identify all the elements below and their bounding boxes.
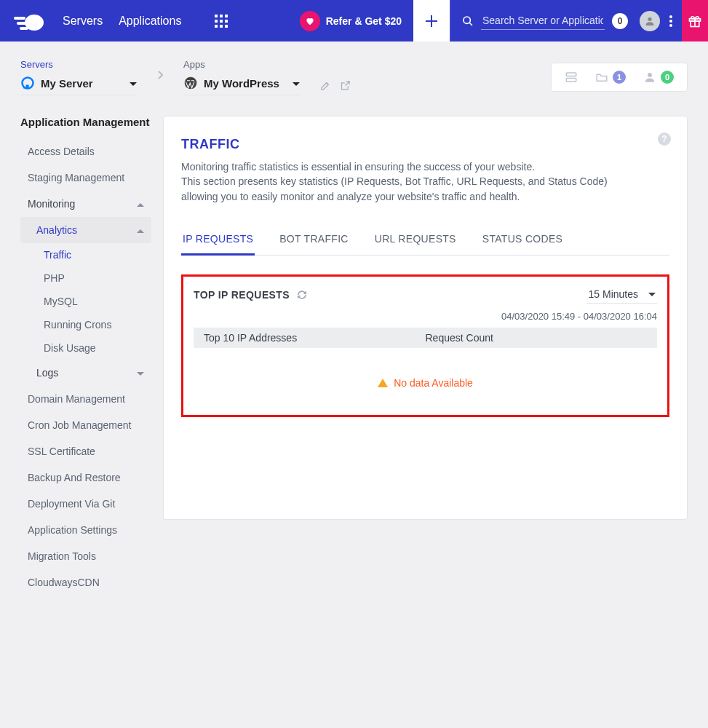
chevron-down-icon <box>648 293 656 296</box>
projects-count-badge: 1 <box>613 71 626 84</box>
sidebar-sub-traffic[interactable]: Traffic <box>20 243 151 266</box>
stat-projects[interactable]: 1 <box>595 71 626 84</box>
svg-rect-3 <box>20 27 28 30</box>
tab-bot-traffic[interactable]: BOT TRAFFIC <box>278 226 350 255</box>
digitalocean-icon <box>20 76 35 90</box>
search-count-badge: 0 <box>612 13 628 29</box>
warning-icon <box>378 379 388 387</box>
refresh-icon[interactable] <box>297 290 307 300</box>
chevron-down-icon <box>293 82 300 86</box>
sidebar-sub-crons[interactable]: Running Crons <box>20 313 151 336</box>
sidebar: Application Management Access Details St… <box>20 116 151 596</box>
sidebar-item-cdn[interactable]: CloudwaysCDN <box>20 569 151 596</box>
refer-label: Refer & Get $20 <box>326 15 402 27</box>
heart-icon <box>300 11 320 31</box>
svg-point-18 <box>669 24 672 27</box>
gift-icon[interactable] <box>682 0 708 41</box>
time-range-select[interactable]: 15 Minutes <box>587 287 657 304</box>
time-range-value: 15 Minutes <box>589 288 638 300</box>
sidebar-item-analytics[interactable]: Analytics <box>20 217 151 243</box>
team-count-badge: 0 <box>661 71 674 84</box>
svg-point-17 <box>669 20 672 23</box>
panel-date-range: 04/03/2020 15:49 - 04/03/2020 16:04 <box>194 311 657 322</box>
no-data-message: No data Available <box>194 377 657 389</box>
sidebar-item-cron[interactable]: Cron Job Management <box>20 412 151 438</box>
chevron-right-icon <box>157 71 163 84</box>
sidebar-sub-mysql[interactable]: MySQL <box>20 290 151 313</box>
topbar-right <box>635 0 708 41</box>
svg-rect-10 <box>215 25 218 28</box>
stat-team[interactable]: 0 <box>643 71 674 84</box>
svg-rect-7 <box>215 20 218 23</box>
traffic-tabs: IP REQUESTS BOT TRAFFIC URL REQUESTS STA… <box>181 226 669 256</box>
ip-requests-panel: TOP IP REQUESTS 15 Minutes 04/03/2020 15… <box>181 274 669 417</box>
app-stats-card: 1 0 <box>551 63 688 92</box>
sidebar-item-access-details[interactable]: Access Details <box>20 138 151 165</box>
svg-rect-4 <box>215 15 218 17</box>
sidebar-sub-disk[interactable]: Disk Usage <box>20 336 151 360</box>
svg-rect-27 <box>566 79 576 82</box>
top-nav: Servers Applications <box>57 0 234 41</box>
tab-ip-requests[interactable]: IP REQUESTS <box>181 226 255 256</box>
svg-rect-23 <box>26 85 29 88</box>
main-card: ? TRAFFIC Monitoring traffic statistics … <box>163 116 688 520</box>
svg-rect-24 <box>23 87 25 89</box>
search-section: 0 <box>450 0 635 41</box>
svg-rect-1 <box>14 17 25 20</box>
svg-point-13 <box>464 17 470 23</box>
sidebar-item-backup[interactable]: Backup And Restore <box>20 464 151 491</box>
svg-rect-12 <box>225 25 228 28</box>
svg-rect-26 <box>566 73 576 76</box>
sidebar-sub-php[interactable]: PHP <box>20 266 151 290</box>
sidebar-item-label: Monitoring <box>28 198 75 210</box>
app-name: My WordPress <box>204 77 279 90</box>
chevron-down-icon <box>130 82 137 86</box>
breadcrumb-bar: Servers My Server Apps My WordPress <box>0 41 708 95</box>
panel-title: TOP IP REQUESTS <box>194 289 290 301</box>
chevron-down-icon <box>137 372 144 376</box>
sidebar-item-migration[interactable]: Migration Tools <box>20 543 151 569</box>
refer-button[interactable]: Refer & Get $20 <box>288 0 413 41</box>
sidebar-item-staging[interactable]: Staging Management <box>20 165 151 191</box>
more-menu-icon[interactable] <box>666 15 676 27</box>
chevron-up-icon <box>137 229 144 233</box>
search-input[interactable] <box>481 12 605 30</box>
server-name: My Server <box>41 77 93 90</box>
sidebar-item-logs[interactable]: Logs <box>20 360 151 386</box>
svg-rect-6 <box>225 15 228 17</box>
add-button[interactable] <box>413 0 450 41</box>
svg-rect-11 <box>220 25 223 28</box>
open-external-icon[interactable] <box>340 80 351 91</box>
sidebar-item-ssl[interactable]: SSL Certificate <box>20 438 151 464</box>
sidebar-item-label: Logs <box>36 367 58 379</box>
svg-point-16 <box>669 15 672 18</box>
tab-status-codes[interactable]: STATUS CODES <box>481 226 564 255</box>
svg-point-28 <box>648 73 652 77</box>
page-title: TRAFFIC <box>181 137 669 152</box>
nav-servers[interactable]: Servers <box>63 15 103 28</box>
sidebar-item-domain[interactable]: Domain Management <box>20 386 151 412</box>
apps-grid-icon[interactable] <box>215 15 228 28</box>
stat-server[interactable] <box>565 71 578 84</box>
search-icon <box>462 15 474 27</box>
edit-icon[interactable] <box>320 80 331 91</box>
sidebar-item-git[interactable]: Deployment Via Git <box>20 491 151 517</box>
svg-rect-8 <box>220 20 223 23</box>
app-selector[interactable]: My WordPress <box>183 73 300 95</box>
user-avatar[interactable] <box>640 11 660 31</box>
brand-logo[interactable] <box>0 0 57 41</box>
sidebar-item-monitoring[interactable]: Monitoring <box>20 191 151 217</box>
col-ip-addresses: Top 10 IP Addresses <box>204 332 426 344</box>
svg-line-14 <box>469 23 472 25</box>
sidebar-item-settings[interactable]: Application Settings <box>20 517 151 543</box>
help-icon[interactable]: ? <box>658 132 671 146</box>
topbar: Servers Applications Refer & Get $20 0 <box>0 0 708 41</box>
svg-rect-5 <box>220 15 223 17</box>
nav-applications[interactable]: Applications <box>119 15 181 28</box>
wordpress-icon <box>183 76 198 90</box>
tab-url-requests[interactable]: URL REQUESTS <box>373 226 458 255</box>
col-request-count: Request Count <box>426 332 648 344</box>
page-description: Monitoring traffic statistics is essenti… <box>181 159 669 204</box>
breadcrumb-servers-label[interactable]: Servers <box>20 59 137 70</box>
server-selector[interactable]: My Server <box>20 73 137 95</box>
